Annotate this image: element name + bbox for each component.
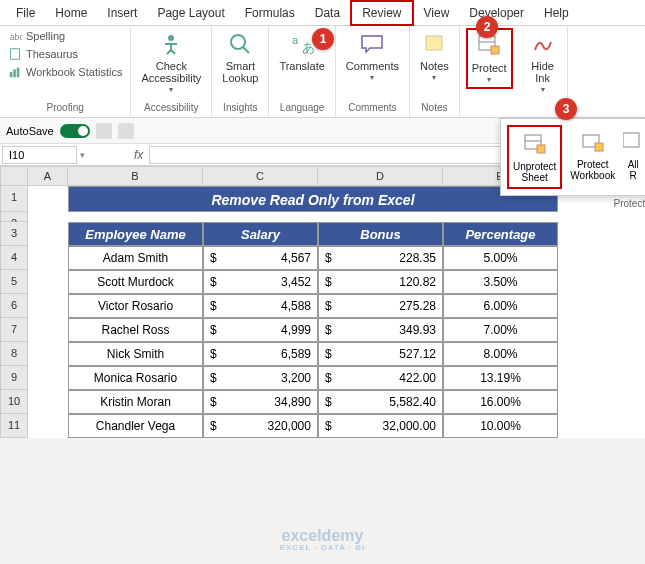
autosave-toggle[interactable] — [60, 124, 90, 138]
cell-salary[interactable]: $3,452 — [203, 270, 318, 294]
cell-salary[interactable]: $4,588 — [203, 294, 318, 318]
group-accessibility: Check Accessibility▾ Accessibility — [131, 26, 212, 117]
tab-review[interactable]: Review — [350, 0, 413, 26]
cell-bonus[interactable]: $5,582.40 — [318, 390, 443, 414]
namebox-chevron-icon[interactable]: ▾ — [77, 150, 88, 160]
cell-name[interactable]: Scott Murdock — [68, 270, 203, 294]
title-cell[interactable]: Remove Read Only from Excel — [68, 186, 558, 212]
tab-help[interactable]: Help — [534, 2, 579, 24]
name-box[interactable]: I10 — [2, 146, 77, 164]
cell-name[interactable]: Nick Smith — [68, 342, 203, 366]
cell-pct[interactable]: 3.50% — [443, 270, 558, 294]
cell-pct[interactable]: 16.00% — [443, 390, 558, 414]
row-header-11[interactable]: 11 — [0, 414, 28, 438]
check-accessibility-button[interactable]: Check Accessibility▾ — [137, 28, 205, 97]
cell-bonus[interactable]: $32,000.00 — [318, 414, 443, 438]
col-header-a[interactable]: A — [28, 166, 68, 186]
chevron-down-icon: ▾ — [370, 74, 374, 83]
cell-name[interactable]: Chandler Vega — [68, 414, 203, 438]
cell-salary[interactable]: $320,000 — [203, 414, 318, 438]
cell-salary[interactable]: $6,589 — [203, 342, 318, 366]
col-header-c[interactable]: C — [203, 166, 318, 186]
cell-name[interactable]: Rachel Ross — [68, 318, 203, 342]
row-header-5[interactable]: 5 — [0, 270, 28, 294]
table-row: Kristin Moran$34,890$5,582.4016.00% — [68, 390, 558, 414]
cell-name[interactable]: Victor Rosario — [68, 294, 203, 318]
row-header-3[interactable]: 3 — [0, 222, 28, 246]
th-bonus[interactable]: Bonus — [318, 222, 443, 246]
cell-pct[interactable]: 5.00% — [443, 246, 558, 270]
th-name[interactable]: Employee Name — [68, 222, 203, 246]
save-icon[interactable] — [96, 123, 112, 139]
undo-icon[interactable] — [118, 123, 134, 139]
row-header-7[interactable]: 7 — [0, 318, 28, 342]
cell-salary[interactable]: $3,200 — [203, 366, 318, 390]
cell-bonus[interactable]: $527.12 — [318, 342, 443, 366]
col-header-b[interactable]: B — [68, 166, 203, 186]
svg-point-5 — [168, 35, 174, 41]
table-row: Monica Rosario$3,200$422.0013.19% — [68, 366, 558, 390]
cell-salary[interactable]: $4,999 — [203, 318, 318, 342]
cell-pct[interactable]: 7.00% — [443, 318, 558, 342]
row-header-8[interactable]: 8 — [0, 342, 28, 366]
row-header-4[interactable]: 4 — [0, 246, 28, 270]
tab-page-layout[interactable]: Page Layout — [147, 2, 234, 24]
chevron-down-icon: ▾ — [432, 74, 436, 83]
allow-ranges-button[interactable]: All R — [623, 125, 643, 189]
row-header-1[interactable]: 1 — [0, 186, 28, 212]
tab-view[interactable]: View — [414, 2, 460, 24]
tab-file[interactable]: File — [6, 2, 45, 24]
cell-pct[interactable]: 8.00% — [443, 342, 558, 366]
col-header-d[interactable]: D — [318, 166, 443, 186]
cell-pct[interactable]: 10.00% — [443, 414, 558, 438]
table-row: Victor Rosario$4,588$275.286.00% — [68, 294, 558, 318]
cell-salary[interactable]: $34,890 — [203, 390, 318, 414]
cell-bonus[interactable]: $349.93 — [318, 318, 443, 342]
cell-name[interactable]: Adam Smith — [68, 246, 203, 270]
smart-lookup-button[interactable]: Smart Lookup — [218, 28, 262, 86]
tab-developer[interactable]: Developer — [459, 2, 534, 24]
cell-name[interactable]: Monica Rosario — [68, 366, 203, 390]
svg-rect-18 — [595, 143, 603, 151]
svg-rect-2 — [10, 72, 13, 77]
cell-bonus[interactable]: $120.82 — [318, 270, 443, 294]
group-label-proofing: Proofing — [47, 100, 84, 115]
cell-salary[interactable]: $4,567 — [203, 246, 318, 270]
spelling-icon: abc — [8, 29, 22, 43]
cell-name[interactable]: Kristin Moran — [68, 390, 203, 414]
protect-workbook-button[interactable]: Protect Workbook — [566, 125, 619, 189]
thesaurus-button[interactable]: Thesaurus — [6, 46, 124, 62]
workbook-stats-button[interactable]: Workbook Statistics — [6, 64, 124, 80]
select-all-corner[interactable] — [0, 166, 28, 186]
row-header-10[interactable]: 10 — [0, 390, 28, 414]
fx-icon[interactable]: fx — [128, 148, 149, 162]
row-header-6[interactable]: 6 — [0, 294, 28, 318]
group-label-accessibility: Accessibility — [144, 100, 198, 115]
search-icon — [226, 30, 254, 58]
callout-1: 1 — [312, 28, 334, 50]
tab-home[interactable]: Home — [45, 2, 97, 24]
cell-bonus[interactable]: $228.35 — [318, 246, 443, 270]
svg-rect-19 — [623, 133, 639, 147]
tab-formulas[interactable]: Formulas — [235, 2, 305, 24]
chevron-down-icon: ▾ — [487, 76, 491, 85]
unprotect-sheet-button[interactable]: Unprotect Sheet — [507, 125, 562, 189]
row-header-2[interactable]: 2 — [0, 212, 28, 222]
tab-insert[interactable]: Insert — [97, 2, 147, 24]
cell-pct[interactable]: 6.00% — [443, 294, 558, 318]
hide-ink-button[interactable]: Hide Ink▾ — [525, 28, 561, 97]
notes-button[interactable]: Notes▾ — [416, 28, 453, 85]
spelling-button[interactable]: abcSpelling — [6, 28, 124, 44]
table-row: Rachel Ross$4,999$349.937.00% — [68, 318, 558, 342]
row-header-9[interactable]: 9 — [0, 366, 28, 390]
th-salary[interactable]: Salary — [203, 222, 318, 246]
comments-button[interactable]: Comments▾ — [342, 28, 403, 85]
group-label-comments: Comments — [348, 100, 396, 115]
th-pct[interactable]: Percentage — [443, 222, 558, 246]
dropdown-group-label: Protect — [614, 198, 645, 209]
tab-data[interactable]: Data — [305, 2, 350, 24]
cell-bonus[interactable]: $275.28 — [318, 294, 443, 318]
chevron-down-icon: ▾ — [541, 86, 545, 95]
cell-pct[interactable]: 13.19% — [443, 366, 558, 390]
cell-bonus[interactable]: $422.00 — [318, 366, 443, 390]
